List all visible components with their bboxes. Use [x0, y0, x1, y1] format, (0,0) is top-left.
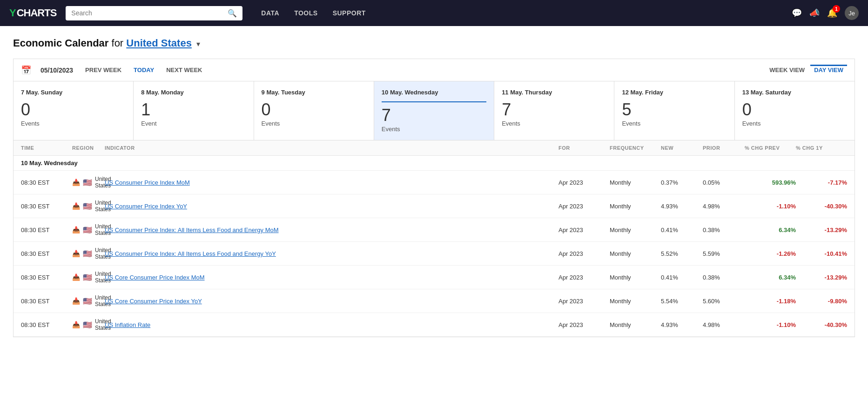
logo-charts: CHARTS	[17, 7, 57, 19]
cell-indicator: US Core Consumer Price Index MoM	[105, 274, 558, 281]
cell-region: 📥 🇺🇸 United States	[72, 200, 105, 213]
calendar-add-icon[interactable]: 📥	[72, 250, 80, 257]
cell-frequency: Monthly	[610, 227, 661, 233]
flag-icon: 🇺🇸	[83, 226, 92, 234]
page-title-for: for	[112, 37, 127, 49]
cell-for: Apr 2023	[558, 227, 610, 233]
next-week-button[interactable]: NEXT WEEK	[163, 65, 205, 75]
nav-tools[interactable]: TOOLS	[294, 9, 317, 17]
cell-chg-1y: -40.30%	[796, 321, 847, 328]
cell-chg-prev: -1.10%	[745, 321, 796, 328]
cell-for: Apr 2023	[558, 250, 610, 257]
cell-chg-1y: -7.17%	[796, 179, 847, 186]
indicator-link[interactable]: US Inflation Rate	[105, 321, 150, 328]
day-view-button[interactable]: DAY VIEW	[810, 65, 847, 75]
search-bar[interactable]: 🔍	[66, 6, 242, 20]
cell-chg-1y: -13.29%	[796, 227, 847, 233]
day-card[interactable]: 12 May. Friday 5 Events	[614, 81, 734, 140]
table-body: 08:30 EST 📥 🇺🇸 United States US Consumer…	[13, 171, 855, 337]
cell-region: 📥 🇺🇸 United States	[72, 176, 105, 189]
table-column-header: REGION	[72, 145, 105, 151]
table-column-header: FOR	[558, 145, 610, 151]
megaphone-icon[interactable]: 📣	[809, 8, 820, 18]
table-row: 08:30 EST 📥 🇺🇸 United States US Consumer…	[13, 218, 855, 242]
logo-y: Y	[9, 7, 16, 19]
day-card-label: Events	[262, 120, 366, 127]
day-card[interactable]: 9 May. Tuesday 0 Events	[254, 81, 374, 140]
day-card[interactable]: 7 May. Sunday 0 Events	[13, 81, 134, 140]
table-row: 08:30 EST 📥 🇺🇸 United States US Core Con…	[13, 266, 855, 289]
day-card-title: 12 May. Friday	[622, 89, 727, 96]
notification-bell[interactable]: 🔔 1	[827, 8, 837, 18]
cell-prior: 5.60%	[703, 298, 745, 305]
nav-support[interactable]: SUPPORT	[333, 9, 366, 17]
cell-new: 5.54%	[661, 298, 703, 305]
table-column-header: INDICATOR	[105, 145, 558, 151]
page-title: Economic Calendar for United States ▾	[13, 37, 855, 49]
table-row: 08:30 EST 📥 🇺🇸 United States US Consumer…	[13, 194, 855, 218]
today-button[interactable]: TODAY	[134, 67, 154, 73]
chat-icon[interactable]: 💬	[792, 8, 802, 18]
site-logo[interactable]: YCHARTS	[9, 7, 56, 19]
calendar-add-icon[interactable]: 📥	[72, 321, 80, 328]
cell-chg-1y: -13.29%	[796, 274, 847, 281]
calendar-add-icon[interactable]: 📥	[72, 226, 80, 233]
cell-for: Apr 2023	[558, 274, 610, 281]
flag-icon: 🇺🇸	[83, 273, 92, 282]
day-card[interactable]: 13 May. Saturday 0 Events	[735, 81, 855, 140]
calendar-add-icon[interactable]: 📥	[72, 202, 80, 210]
calendar-add-icon[interactable]: 📥	[72, 273, 80, 281]
search-input[interactable]	[71, 9, 224, 17]
day-card-title: 11 May. Thursday	[502, 89, 606, 96]
indicator-link[interactable]: US Core Consumer Price Index MoM	[105, 274, 205, 281]
notification-badge: 1	[833, 5, 840, 13]
indicator-link[interactable]: US Core Consumer Price Index YoY	[105, 298, 202, 305]
table-column-header: FREQUENCY	[610, 145, 661, 151]
day-card-title: 10 May. Wednesday	[382, 89, 486, 96]
week-view-button[interactable]: WEEK VIEW	[766, 65, 808, 75]
indicator-link[interactable]: US Consumer Price Index YoY	[105, 203, 187, 210]
cell-indicator: US Core Consumer Price Index YoY	[105, 298, 558, 305]
country-dropdown-arrow[interactable]: ▾	[196, 40, 200, 48]
user-avatar[interactable]: Je	[845, 6, 859, 20]
day-cards: 7 May. Sunday 0 Events 8 May. Monday 1 E…	[13, 81, 855, 140]
cell-new: 5.52%	[661, 250, 703, 257]
table-row: 08:30 EST 📥 🇺🇸 United States US Core Con…	[13, 289, 855, 313]
table-row: 08:30 EST 📥 🇺🇸 United States US Consumer…	[13, 242, 855, 266]
day-card-title: 8 May. Monday	[141, 89, 246, 96]
cell-new: 0.41%	[661, 274, 703, 281]
prev-week-button[interactable]: PREV WEEK	[82, 65, 124, 75]
day-card-label: Events	[502, 120, 606, 127]
day-card-count: 7	[382, 107, 486, 124]
flag-icon: 🇺🇸	[83, 249, 92, 258]
cell-region: 📥 🇺🇸 United States	[72, 294, 105, 307]
cell-for: Apr 2023	[558, 203, 610, 210]
cell-new: 0.37%	[661, 179, 703, 186]
indicator-link[interactable]: US Consumer Price Index: All Items Less …	[105, 227, 279, 233]
cell-time: 08:30 EST	[21, 203, 72, 210]
search-icon: 🔍	[228, 9, 237, 18]
page-title-prefix: Economic Calendar	[13, 37, 108, 49]
calendar-add-icon[interactable]: 📥	[72, 297, 80, 305]
nav-data[interactable]: DATA	[261, 9, 279, 17]
cell-prior: 4.98%	[703, 321, 745, 328]
country-link[interactable]: United States	[126, 37, 192, 49]
day-card[interactable]: 11 May. Thursday 7 Events	[494, 81, 614, 140]
day-card-label: Event	[141, 120, 246, 127]
indicator-link[interactable]: US Consumer Price Index MoM	[105, 179, 190, 186]
day-card-label: Events	[742, 120, 847, 127]
table-column-header: PRIOR	[703, 145, 745, 151]
calendar-add-icon[interactable]: 📥	[72, 179, 80, 186]
cell-region: 📥 🇺🇸 United States	[72, 318, 105, 331]
nav-right: 💬 📣 🔔 1 Je	[792, 6, 859, 20]
cell-new: 0.41%	[661, 227, 703, 233]
flag-icon: 🇺🇸	[83, 178, 92, 187]
indicator-link[interactable]: US Consumer Price Index: All Items Less …	[105, 250, 276, 257]
day-card[interactable]: 10 May. Wednesday 7 Events	[374, 81, 494, 140]
day-card[interactable]: 8 May. Monday 1 Event	[134, 81, 254, 140]
day-card-count: 1	[141, 101, 246, 118]
nav-links: DATA TOOLS SUPPORT	[261, 9, 365, 17]
day-card-title: 9 May. Tuesday	[262, 89, 366, 96]
cell-prior: 4.98%	[703, 203, 745, 210]
cell-indicator: US Consumer Price Index: All Items Less …	[105, 227, 558, 233]
